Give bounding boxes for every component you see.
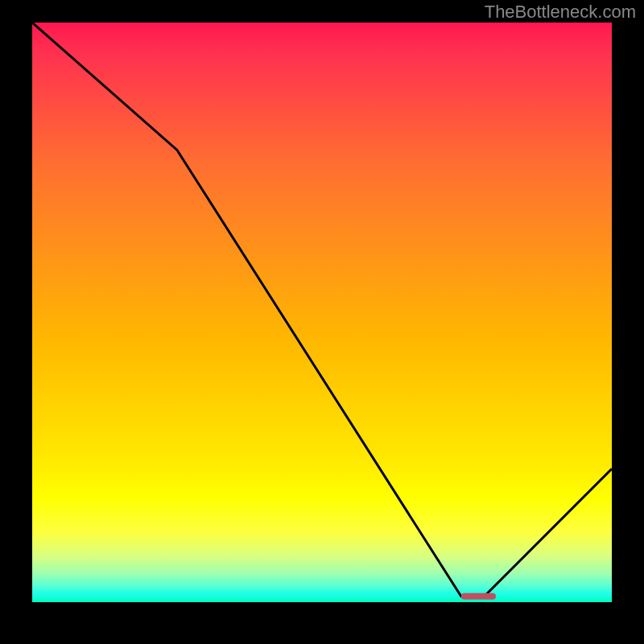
watermark-text: TheBottleneck.com	[485, 2, 636, 23]
chart-line	[32, 23, 612, 597]
chart-marker	[461, 593, 496, 600]
chart-line-svg	[32, 23, 612, 602]
chart-plot-area	[32, 23, 612, 602]
